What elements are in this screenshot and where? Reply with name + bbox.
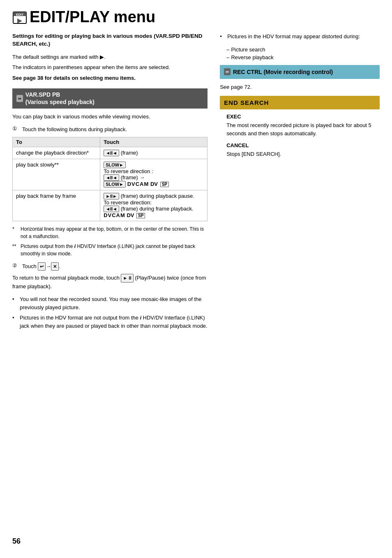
right-bullet-list: Pictures in the HDV format may appear di… [220,32,380,41]
end-search-header-text: END SEARCH [224,99,269,106]
ilink-icon: i [74,243,76,250]
intro2: The indicators in parentheses appear whe… [12,63,208,72]
title-icon: EDIT [12,9,27,25]
step1-text: Touch the following buttons during playb… [22,125,127,134]
sp-label: SP [160,182,169,187]
play-pause-icon: ► II [121,274,133,282]
row3-touch: ►II► (frame) during playback pause. To r… [100,190,208,221]
table-row: play back slowly** SLOW► To reverse dire… [13,159,208,190]
step2: ② Touch ↩→✕. [12,262,208,271]
dvcam-label2: DVCAM [104,212,125,218]
step1: ① Touch the following buttons during pla… [12,125,208,134]
step1-num: ① [12,125,20,132]
bullet-item: Pictures in the HDV format are not outpu… [12,314,208,330]
row2-to: play back slowly** [13,159,100,190]
frame-fwd-icon: ►II► [104,193,119,199]
title-text-label: EDIT/PLAY menu [30,8,155,26]
intro1: The default settings are marked with ▶. [12,53,208,61]
dash-item: Reverse playback [226,53,380,62]
footnote2: ** Pictures output from the i HDV/DV Int… [12,243,208,257]
sp-label2: SP [136,213,145,218]
dash-item: Picture search [226,46,380,54]
step2-text: Touch ↩→✕. [22,262,60,271]
slow-fwd-icon2: SLOW► [104,181,126,188]
var-spd-icon: ∞ [16,95,23,102]
rec-ctrl-header: ∞ REC CTRL (Movie recording control) [220,65,380,79]
footnotes: * Horizontal lines may appear at the top… [12,225,208,257]
bullet-item: Pictures in the HDV format may appear di… [220,32,380,41]
intro3: See page 38 for details on selecting men… [12,74,208,82]
var-spd-header-text: VAR.SPD PB(Various speed playback) [25,91,95,106]
rec-ctrl-icon: ∞ [224,68,231,75]
col-touch: Touch [100,137,208,147]
dash-list: Picture search Reverse playback [226,46,380,62]
table-row: change the playback direction* ◄II◄ (fra… [13,147,208,159]
exec-body: The most recently recorded picture is pl… [226,121,380,137]
return-icon: ↩ [38,262,46,271]
cancel-body: Stops [END SEARCH]. [226,150,380,158]
page-number: 56 [12,537,21,546]
footnote1: * Horizontal lines may appear at the top… [12,225,208,240]
row1-touch: ◄II◄ (frame) [100,147,208,159]
playback-table: To Touch change the playback direction* … [12,137,208,221]
rec-ctrl-header-text: REC CTRL (Movie recording control) [233,68,333,76]
row2-touch: SLOW► To reverse direction : ◄II◄ (frame… [100,159,208,190]
dash-text: Reverse playback [231,53,273,62]
bullet-text: Pictures in the HDV format are not outpu… [20,314,208,330]
row3-to: play back frame by frame [13,190,100,221]
frame-back-icon: ◄II◄ [104,150,119,156]
col-to: To [13,137,100,147]
svg-text:EDIT: EDIT [16,13,23,16]
end-search-content: EXEC The most recently recorded picture … [220,113,380,158]
frame-back-icon3: ◄II◄ [104,206,119,212]
dv-label: DV [150,181,158,187]
bullet-text: You will not hear the recorded sound. Yo… [20,295,208,311]
frame-back-icon2: ◄II◄ [104,174,119,181]
subtitle: Settings for editing or playing back in … [12,32,208,48]
exec-label: EXEC [226,113,380,120]
step2-num: ② [12,262,20,269]
ilink-icon2: i [140,314,141,322]
left-column: Settings for editing or playing back in … [12,32,208,335]
dvcam-label: DVCAM [127,181,149,187]
footnote1-text: Horizontal lines may appear at the top, … [21,225,208,240]
table-row: play back frame by frame ►II► (frame) du… [13,190,208,221]
svg-marker-3 [17,19,22,23]
page-title: EDIT EDIT/PLAY menu [12,8,380,26]
close-icon: ✕ [51,262,59,271]
rec-ctrl-body: See page 72. [220,83,380,91]
left-bullet-list: You will not hear the recorded sound. Yo… [12,295,208,330]
bullet-item: You will not hear the recorded sound. Yo… [12,295,208,311]
var-spd-body: You can play back in various modes while… [12,113,208,121]
right-column: Pictures in the HDV format may appear di… [220,32,380,335]
row1-to: change the playback direction* [13,147,100,159]
dv-label2: DV [127,212,134,218]
slow-fwd-icon: SLOW► [104,162,126,168]
end-search-header: END SEARCH [220,96,380,109]
cancel-label: CANCEL [226,142,380,148]
dash-text: Picture search [231,46,265,54]
bullet-text: Pictures in the HDV format may appear di… [227,32,360,41]
step3-text: To return to the normal playback mode, t… [12,274,208,290]
var-spd-header: ∞ VAR.SPD PB(Various speed playback) [12,88,208,108]
footnote2-text: Pictures output from the i HDV/DV Interf… [21,243,208,257]
